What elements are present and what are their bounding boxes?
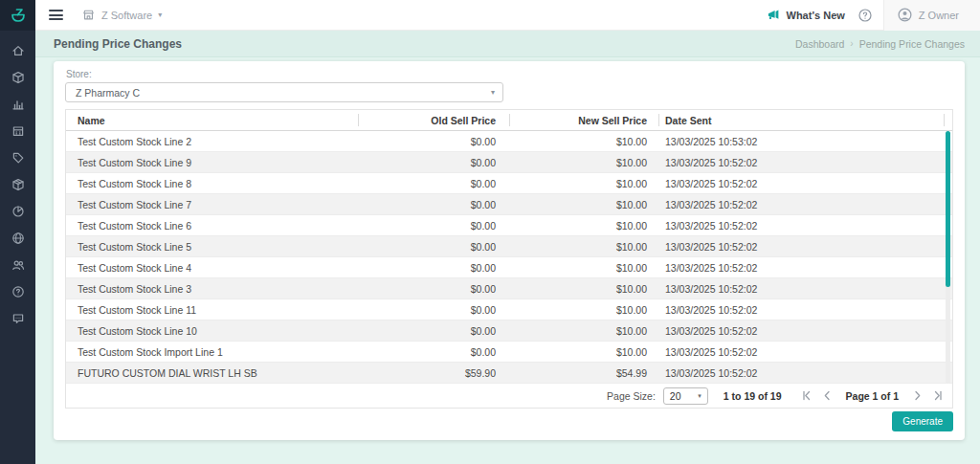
table-row[interactable]: Test Custom Stock Line 11 $0.00 $10.00 1… (66, 299, 952, 320)
topbar: Z Software ▾ What's New Z Owner (35, 0, 980, 31)
last-page-icon[interactable] (932, 390, 944, 402)
cell-new-price: $10.00 (509, 304, 658, 316)
page-size-select[interactable]: 20 ▾ (663, 387, 708, 405)
cell-name: Test Custom Stock Line 11 (66, 304, 358, 316)
feedback-icon[interactable] (7, 311, 30, 326)
cell-old-price: $0.00 (358, 262, 509, 274)
column-header-date-sent[interactable]: Date Sent (658, 110, 952, 130)
cell-name: Test Custom Stock Line 8 (66, 178, 358, 189)
cell-name: Test Custom Stock Line 10 (66, 325, 358, 337)
table-row[interactable]: Test Custom Stock Line 10 $0.00 $10.00 1… (66, 320, 952, 342)
table-header: Name Old Sell Price New Sell Price Date … (66, 110, 952, 131)
company-label: Z Software (101, 10, 152, 21)
table-scrollbar[interactable] (946, 131, 950, 384)
till-icon[interactable] (7, 123, 30, 139)
cell-old-price: $0.00 (358, 241, 509, 253)
content-area: Store: Z Pharmacy C ▾ Name Old Sell Pric… (35, 57, 980, 464)
mortar-pestle-icon (9, 6, 28, 25)
table-row[interactable]: Test Custom Stock Line 2 $0.00 $10.00 13… (66, 131, 952, 152)
help-icon[interactable] (7, 284, 30, 299)
breadcrumb-dashboard[interactable]: Dashboard (795, 38, 844, 50)
column-divider (358, 114, 359, 126)
generate-button[interactable]: Generate (892, 411, 953, 431)
pending-price-changes-card: Store: Z Pharmacy C ▾ Name Old Sell Pric… (54, 61, 965, 440)
cell-name: Test Custom Stock Line 4 (66, 262, 358, 274)
cell-old-price: $0.00 (358, 304, 509, 316)
cell-date-sent: 13/03/2025 10:52:02 (658, 157, 952, 168)
whats-new-label: What's New (787, 10, 845, 21)
cell-name: Test Custom Stock Line 3 (66, 283, 358, 295)
pagination-bar: Page Size: 20 ▾ 1 to 19 of 19 (66, 384, 952, 408)
users-icon[interactable] (7, 257, 30, 273)
cell-old-price: $0.00 (358, 220, 509, 232)
cell-date-sent: 13/03/2025 10:53:02 (658, 136, 952, 147)
first-page-icon[interactable] (801, 390, 813, 402)
cell-new-price: $54.99 (509, 367, 658, 379)
cell-name: Test Custom Stock Line 9 (66, 157, 358, 168)
table-row[interactable]: Test Custom Stock Line 6 $0.00 $10.00 13… (66, 215, 952, 236)
column-header-name[interactable]: Name (66, 110, 358, 130)
column-divider (944, 114, 945, 126)
whats-new-button[interactable]: What's New (767, 8, 845, 22)
column-divider (509, 114, 510, 126)
cell-new-price: $10.00 (509, 346, 658, 358)
table-row[interactable]: Test Custom Stock Line 5 $0.00 $10.00 13… (66, 236, 952, 257)
cell-name: Test Custom Stock Line 2 (66, 136, 358, 147)
cell-old-price: $0.00 (358, 178, 509, 189)
package-icon[interactable] (7, 70, 30, 85)
prev-page-icon[interactable] (822, 390, 834, 402)
cell-new-price: $10.00 (509, 178, 658, 189)
user-menu[interactable]: Z Owner (883, 0, 980, 31)
bar-chart-icon[interactable] (7, 97, 30, 112)
table-row[interactable]: Test Custom Stock Import Line 1 $0.00 $1… (66, 342, 952, 363)
cell-date-sent: 13/03/2025 10:52:02 (658, 325, 952, 337)
store-label: Store: (66, 69, 953, 79)
table-row[interactable]: Test Custom Stock Line 7 $0.00 $10.00 13… (66, 194, 952, 215)
cell-name: Test Custom Stock Import Line 1 (66, 346, 358, 358)
globe-icon[interactable] (7, 231, 30, 246)
cell-name: FUTURO CUSTOM DIAL WRIST LH SB (66, 367, 358, 379)
cell-old-price: $0.00 (358, 157, 509, 168)
breadcrumb-current: Pending Price Changes (859, 38, 965, 50)
help-circle-icon[interactable] (858, 8, 873, 23)
cell-date-sent: 13/03/2025 10:52:02 (658, 178, 952, 189)
table-scrollbar-thumb[interactable] (946, 131, 950, 287)
table-row[interactable]: Test Custom Stock Line 8 $0.00 $10.00 13… (66, 173, 952, 194)
breadcrumb: Dashboard › Pending Price Changes (795, 38, 965, 50)
tag-icon[interactable] (7, 150, 30, 166)
cell-name: Test Custom Stock Line 5 (66, 241, 358, 253)
cell-new-price: $10.00 (509, 283, 658, 295)
company-selector[interactable]: Z Software ▾ (81, 8, 162, 22)
home-icon[interactable] (7, 43, 30, 58)
store-select[interactable]: Z Pharmacy C ▾ (65, 82, 503, 102)
column-header-new-sell-price[interactable]: New Sell Price (509, 110, 658, 130)
next-page-icon[interactable] (911, 390, 923, 402)
cell-date-sent: 13/03/2025 10:52:02 (658, 199, 952, 210)
page-indicator: Page 1 of 1 (846, 390, 899, 402)
breadcrumb-separator-icon: › (850, 38, 853, 49)
page-size-label: Page Size: (607, 390, 656, 402)
cell-new-price: $10.00 (509, 262, 658, 274)
table-row[interactable]: FUTURO CUSTOM DIAL WRIST LH SB $59.90 $5… (66, 363, 952, 384)
titlebar: Pending Price Changes Dashboard › Pendin… (35, 31, 980, 57)
user-avatar-icon (897, 7, 913, 23)
cell-old-price: $0.00 (358, 283, 509, 295)
cell-new-price: $10.00 (509, 199, 658, 210)
app-window: Z Software ▾ What's New Z Owner Pending … (0, 0, 980, 464)
menu-icon[interactable] (49, 10, 63, 20)
table-body: Test Custom Stock Line 2 $0.00 $10.00 13… (66, 131, 952, 384)
user-label: Z Owner (919, 10, 959, 21)
sidebar-nav (0, 31, 35, 326)
table-row[interactable]: Test Custom Stock Line 4 $0.00 $10.00 13… (66, 257, 952, 278)
cell-old-price: $0.00 (358, 199, 509, 210)
pie-chart-icon[interactable] (7, 204, 30, 219)
page-size-value: 20 (670, 390, 681, 402)
column-header-old-sell-price[interactable]: Old Sell Price (358, 110, 509, 130)
table-row[interactable]: Test Custom Stock Line 3 $0.00 $10.00 13… (66, 278, 952, 299)
table-row[interactable]: Test Custom Stock Line 9 $0.00 $10.00 13… (66, 152, 952, 173)
cell-date-sent: 13/03/2025 10:52:02 (658, 304, 952, 316)
cell-new-price: $10.00 (509, 136, 658, 147)
storefront-icon (81, 8, 96, 22)
stock-box-icon[interactable] (7, 177, 30, 192)
cell-old-price: $59.90 (358, 367, 509, 379)
